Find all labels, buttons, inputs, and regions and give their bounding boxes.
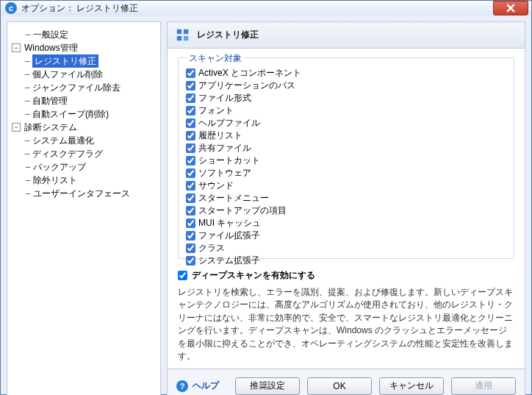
tree-item-windows-mgmt[interactable]: − Windows管理 xyxy=(10,41,157,54)
sidebar: – 一般設定 − Windows管理 –レジストリ修正 –個人ファイル削除 –ジ… xyxy=(7,21,161,395)
tree-item-disk-defrag[interactable]: –ディスクデフラグ xyxy=(22,147,157,160)
scan-item-checkbox[interactable] xyxy=(186,168,195,178)
scan-item-label: 共有ファイル xyxy=(198,142,251,154)
scan-item: ショートカット xyxy=(186,154,506,167)
deepscan-description: レジストリを検索し、エラーを識別、提案、および修復します。新しいディープスキャン… xyxy=(178,286,514,363)
ok-button[interactable]: OK xyxy=(307,377,372,395)
scan-item-checkbox[interactable] xyxy=(186,181,195,191)
tree-collapse-icon[interactable]: − xyxy=(12,43,21,52)
scan-item-label: ファイル形式 xyxy=(198,92,251,104)
scan-item-label: サウンド xyxy=(198,179,234,192)
options-window: c オプション： レジストリ修正 – 一般設定 − Windows管理 xyxy=(0,0,532,395)
scan-item-label: フォント xyxy=(198,104,234,117)
tree-item-exclude-list[interactable]: –除外リスト xyxy=(10,174,157,187)
panel-body: スキャン対象 ActiveX とコンポーネントアプリケーションのパスファイル形式… xyxy=(168,49,525,369)
scan-item: ファイル形式 xyxy=(186,92,506,104)
scan-item-checkbox[interactable] xyxy=(186,206,195,216)
scan-item-label: システム拡張子 xyxy=(198,255,260,267)
scan-item-label: クラス xyxy=(198,242,225,255)
titlebar: c オプション： レジストリ修正 xyxy=(1,1,531,15)
scan-item-label: ヘルプファイル xyxy=(198,117,260,129)
scan-item-label: アプリケーションのパス xyxy=(198,79,295,92)
recommended-button[interactable]: 推奨設定 xyxy=(235,377,300,395)
scan-item-checkbox[interactable] xyxy=(186,93,195,103)
svg-rect-2 xyxy=(177,35,181,40)
main-panel: レジストリ修正 スキャン対象 ActiveX とコンポーネントアプリケーションの… xyxy=(167,21,525,395)
nav-tree: – 一般設定 − Windows管理 –レジストリ修正 –個人ファイル削除 –ジ… xyxy=(10,28,157,200)
tree-expander-empty xyxy=(12,30,21,39)
scan-item: 共有ファイル xyxy=(186,142,506,154)
tree-item-system-optimize[interactable]: –システム最適化 xyxy=(22,134,157,147)
tree-item-general[interactable]: – 一般設定 xyxy=(10,28,157,41)
scan-item: サウンド xyxy=(186,179,506,192)
scan-item: スタートメニュー xyxy=(186,192,506,204)
tree-item-junk-file-removal[interactable]: –ジャンクファイル除去 xyxy=(22,81,157,94)
help-icon: ? xyxy=(176,380,188,392)
cancel-button[interactable]: キャンセル xyxy=(379,377,444,395)
scan-item-checkbox[interactable] xyxy=(186,243,195,253)
scan-item: ヘルプファイル xyxy=(186,117,506,129)
scan-item: ソフトウェア xyxy=(186,167,506,179)
tree-item-user-interface[interactable]: –ユーザーインタフェース xyxy=(10,187,157,200)
close-icon xyxy=(506,4,515,13)
scan-item-checkbox[interactable] xyxy=(186,231,195,241)
scan-item-checkbox[interactable] xyxy=(186,106,195,115)
deepscan-checkbox[interactable] xyxy=(178,271,187,280)
scan-item: フォント xyxy=(186,104,506,117)
scan-item-checkbox[interactable] xyxy=(186,81,195,90)
tree-item-registry-fix[interactable]: –レジストリ修正 xyxy=(22,54,157,68)
scan-item-checkbox[interactable] xyxy=(186,218,195,228)
apply-button[interactable]: 適用 xyxy=(451,377,516,395)
scan-item-label: スタートアップの項目 xyxy=(198,204,287,217)
scan-item: 履歴リスト xyxy=(186,129,506,142)
svg-rect-0 xyxy=(177,29,181,33)
scan-item-label: ショートカット xyxy=(198,154,260,167)
panel-header: レジストリ修正 xyxy=(168,22,525,49)
tree-item-auto-sweep[interactable]: –自動スイープ(削除) xyxy=(22,107,157,121)
scan-item: システム拡張子 xyxy=(186,255,506,267)
scan-item: ファイル拡張子 xyxy=(186,229,506,242)
tree-collapse-icon[interactable]: − xyxy=(12,123,21,132)
tree-item-backup[interactable]: –バックアップ xyxy=(10,160,157,174)
scan-item-checkbox[interactable] xyxy=(186,131,195,140)
scan-item: アプリケーションのパス xyxy=(186,79,506,92)
scan-item-label: ActiveX とコンポーネント xyxy=(198,67,301,79)
scan-item-label: ファイル拡張子 xyxy=(198,229,260,242)
scan-item-label: ソフトウェア xyxy=(198,167,251,179)
scan-item: ActiveX とコンポーネント xyxy=(186,67,506,79)
scan-target-list: ActiveX とコンポーネントアプリケーションのパスファイル形式フォントヘルプ… xyxy=(186,67,506,251)
panel-title: レジストリ修正 xyxy=(197,29,259,41)
svg-rect-1 xyxy=(184,29,188,33)
tree-item-auto-mgmt[interactable]: –自動管理 xyxy=(22,94,157,107)
svg-rect-3 xyxy=(184,35,188,40)
scan-item-checkbox[interactable] xyxy=(186,118,195,128)
close-button[interactable] xyxy=(493,1,528,15)
help-link[interactable]: ? ヘルプ xyxy=(176,380,219,392)
scan-item-checkbox[interactable] xyxy=(186,193,195,203)
footer: ? ヘルプ 推奨設定 OK キャンセル 適用 xyxy=(168,369,525,395)
scan-item: MUI キャッシュ xyxy=(186,217,506,229)
scan-item-checkbox[interactable] xyxy=(186,143,195,153)
deepscan-label: ディープスキャンを有効にする xyxy=(192,269,315,282)
scan-item-label: 履歴リスト xyxy=(198,129,242,142)
scan-target-legend: スキャン対象 xyxy=(186,52,245,65)
scan-item-label: MUI キャッシュ xyxy=(198,217,261,229)
registry-icon xyxy=(175,27,191,43)
scan-item-label: スタートメニュー xyxy=(198,192,269,204)
scan-item-checkbox[interactable] xyxy=(186,256,195,266)
scan-item-checkbox[interactable] xyxy=(186,68,195,78)
deepscan-section: ディープスキャンを有効にする レジストリを検索し、エラーを識別、提案、および修復… xyxy=(178,269,514,363)
tree-item-diagnostic[interactable]: − 診断システム xyxy=(10,121,157,134)
body: – 一般設定 − Windows管理 –レジストリ修正 –個人ファイル削除 –ジ… xyxy=(1,15,531,395)
scan-item-checkbox[interactable] xyxy=(186,156,195,166)
scan-target-group: スキャン対象 ActiveX とコンポーネントアプリケーションのパスファイル形式… xyxy=(178,57,514,259)
tree-item-personal-file-delete[interactable]: –個人ファイル削除 xyxy=(22,68,157,81)
app-icon: c xyxy=(5,2,17,14)
scan-item: クラス xyxy=(186,242,506,255)
window-title: オプション： レジストリ修正 xyxy=(21,2,493,15)
scan-item: スタートアップの項目 xyxy=(186,204,506,217)
